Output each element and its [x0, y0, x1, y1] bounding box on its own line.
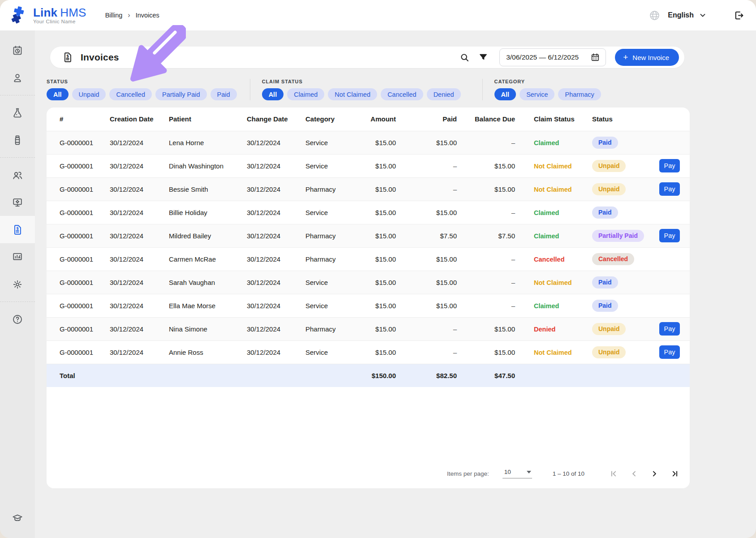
- person-icon: [12, 72, 23, 84]
- breadcrumb-billing[interactable]: Billing: [105, 12, 123, 19]
- filter-chip-service[interactable]: Service: [520, 88, 554, 100]
- pay-button[interactable]: Pay: [659, 322, 680, 336]
- cell-patient: Ella Mae Morse: [169, 294, 247, 317]
- cell-amount: $15.00: [360, 201, 396, 224]
- invoice-icon: $: [12, 224, 23, 236]
- sidebar-item-pharmacy[interactable]: [0, 126, 35, 154]
- filter-group-label: CATEGORY: [494, 79, 601, 84]
- app-logo: LinkHMS Your Clinic Name: [8, 5, 86, 26]
- cell-paid: –: [396, 154, 457, 177]
- claim-status-label: Claimed: [534, 139, 559, 146]
- cell-invoice-id: G-0000001: [47, 271, 110, 294]
- help-icon: [12, 314, 23, 325]
- cell-pay: Pay: [659, 154, 690, 177]
- calendar-icon: [590, 52, 600, 62]
- graduation-cap-icon: [12, 512, 23, 524]
- next-page-button[interactable]: [651, 470, 658, 478]
- filter-chip-all[interactable]: All: [47, 88, 69, 100]
- pagination: Items per page: 10 1 – 10 of 10: [447, 469, 679, 478]
- date-range-picker[interactable]: 3/06/2025 — 6/12/2025: [499, 48, 606, 66]
- filter-chip-all[interactable]: All: [494, 88, 516, 100]
- filter-chip-denied[interactable]: Denied: [427, 88, 461, 100]
- status-badge: Paid: [592, 207, 618, 219]
- table-row: G-000000130/12/2024Billie Holiday30/12/2…: [47, 201, 690, 224]
- cell-patient: Carmen McRae: [169, 247, 247, 271]
- cell-creation-date: 30/12/2024: [110, 201, 169, 224]
- cell-claim-status: Claimed: [515, 201, 592, 224]
- brand-title: LinkHMS: [33, 7, 86, 18]
- cell-invoice-id: G-0000001: [47, 177, 110, 201]
- cell-paid: $15.00: [396, 201, 457, 224]
- sidebar-item-learning[interactable]: [0, 504, 35, 532]
- items-per-page-select[interactable]: 10: [503, 469, 532, 478]
- filter-group-label: CLAIM STATUS: [262, 79, 461, 84]
- claim-status-label: Not Claimed: [534, 163, 572, 170]
- sidebar-item-invoices[interactable]: $: [0, 216, 35, 243]
- pagination-range: 1 – 10 of 10: [553, 470, 584, 477]
- search-button[interactable]: [456, 49, 472, 65]
- cell-status: Paid: [592, 201, 659, 224]
- filter-chip-partially-paid[interactable]: Partially Paid: [155, 88, 207, 100]
- sidebar-item-workstation[interactable]: [0, 189, 35, 216]
- sidebar-item-reports[interactable]: [0, 243, 35, 271]
- cell-pay: Pay: [659, 177, 690, 201]
- lab-flask-icon: [12, 107, 23, 119]
- first-page-button[interactable]: [610, 470, 617, 478]
- filter-chip-all[interactable]: All: [262, 88, 284, 100]
- filter-chip-not-claimed[interactable]: Not Claimed: [328, 88, 377, 100]
- filter-chip-cancelled[interactable]: Cancelled: [381, 88, 423, 100]
- cell-category: Pharmacy: [305, 177, 360, 201]
- pay-button[interactable]: Pay: [659, 182, 680, 196]
- last-page-button[interactable]: [671, 470, 679, 478]
- cell-change-date: 30/12/2024: [247, 294, 305, 317]
- pay-button[interactable]: Pay: [659, 345, 680, 359]
- filter-chip-claimed[interactable]: Claimed: [287, 88, 324, 100]
- sidebar-item-help[interactable]: [0, 306, 35, 333]
- cell-patient: Billie Holiday: [169, 201, 247, 224]
- logout-button[interactable]: [733, 10, 744, 21]
- language-selector[interactable]: English: [649, 9, 707, 22]
- claim-status-label: Cancelled: [534, 256, 565, 263]
- claim-status-label: Denied: [534, 326, 555, 333]
- status-badge: Cancelled: [592, 253, 634, 265]
- cell-total-amount: $150.00: [360, 364, 396, 387]
- cell-amount: $15.00: [360, 340, 396, 364]
- table-row: G-000000130/12/2024Carmen McRae30/12/202…: [47, 247, 690, 271]
- sidebar-item-settings[interactable]: [0, 271, 35, 298]
- cell-total-label: Total: [47, 364, 110, 387]
- filter-chip-pharmacy[interactable]: Pharmacy: [558, 88, 601, 100]
- pay-button[interactable]: Pay: [659, 159, 680, 172]
- new-invoice-button[interactable]: + New Invoice: [615, 49, 679, 66]
- sidebar-item-appointments[interactable]: [0, 37, 35, 64]
- sidebar-item-laboratory[interactable]: [0, 99, 35, 126]
- filters-row: STATUS AllUnpaidCancelledPartially PaidP…: [47, 79, 756, 100]
- table-row: G-000000130/12/2024Mildred Bailey30/12/2…: [47, 224, 690, 247]
- breadcrumb-invoices: Invoices: [136, 12, 159, 19]
- cell-claim-status: Cancelled: [515, 247, 592, 271]
- cell-invoice-id: G-0000001: [47, 131, 110, 154]
- filter-chip-paid[interactable]: Paid: [210, 88, 237, 100]
- filter-chip-unpaid[interactable]: Unpaid: [72, 88, 106, 100]
- cell-category: Service: [305, 154, 360, 177]
- next-page-icon: [651, 470, 658, 478]
- cell-empty: [305, 364, 360, 387]
- cell-invoice-id: G-0000001: [47, 294, 110, 317]
- filter-button[interactable]: [475, 49, 491, 65]
- filter-chip-cancelled[interactable]: Cancelled: [109, 88, 152, 100]
- main-content: $ Invoices 3/06/2025 — 6/12/2025: [35, 30, 756, 538]
- pay-button[interactable]: Pay: [659, 229, 680, 242]
- cell-change-date: 30/12/2024: [247, 201, 305, 224]
- cell-balance-due: $15.00: [457, 317, 515, 340]
- column-header-status: Status: [592, 108, 659, 131]
- cell-change-date: 30/12/2024: [247, 247, 305, 271]
- column-header--: #: [47, 108, 110, 131]
- invoices-table: #Creation DatePatientChange DateCategory…: [47, 108, 690, 387]
- sidebar-item-patients[interactable]: [0, 64, 35, 91]
- cell-creation-date: 30/12/2024: [110, 154, 169, 177]
- cell-empty: [592, 364, 659, 387]
- previous-page-button[interactable]: [630, 470, 638, 478]
- cell-change-date: 30/12/2024: [247, 271, 305, 294]
- cell-status: Unpaid: [592, 317, 659, 340]
- sidebar-item-staff[interactable]: [0, 161, 35, 189]
- cell-creation-date: 30/12/2024: [110, 177, 169, 201]
